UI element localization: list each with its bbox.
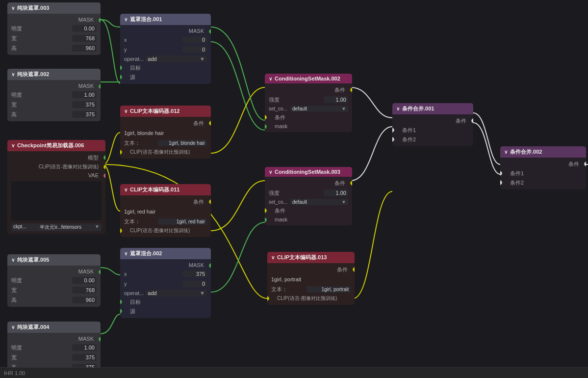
condmerge002-cond2-socket[interactable] bbox=[500, 180, 502, 185]
overlay001-source-socket[interactable] bbox=[120, 75, 122, 80]
condmerge002-cond1-socket[interactable] bbox=[500, 171, 502, 176]
node-condmerge001-header[interactable]: ∨ 条件合并.001 bbox=[392, 103, 473, 114]
overlay002-op-row: operat... add ▼ bbox=[120, 289, 211, 297]
ckpt006-vae-socket[interactable] bbox=[103, 173, 105, 178]
overlay001-y-value[interactable]: 0 bbox=[182, 46, 207, 53]
node-mask004-title: 纯块遮罩.004 bbox=[17, 324, 49, 331]
node-mask003-header[interactable]: ∨ 纯块遮罩.003 bbox=[7, 2, 101, 14]
clip011-clip-socket[interactable] bbox=[120, 228, 122, 233]
overlay002-op-select[interactable]: add ▼ bbox=[146, 290, 207, 297]
condmask003-setcond-label: set_co... bbox=[269, 199, 288, 205]
chevron-icon: ∨ bbox=[124, 187, 128, 192]
clip013-text-value[interactable]: 1girl, portrait bbox=[307, 286, 351, 293]
condmask002-cond-out-socket[interactable] bbox=[350, 87, 352, 92]
condmask003-setcond-select[interactable]: default ▼ bbox=[290, 199, 348, 205]
node-overlay001-header[interactable]: ∨ 遮罩混合.001 bbox=[120, 14, 211, 25]
ckpt006-model-select[interactable]: ckpt... 半次元\r...fetensors ▼ bbox=[11, 223, 102, 231]
overlay001-x-row: x 0 bbox=[120, 35, 211, 45]
clip011-text-value[interactable]: 1girl, red hair bbox=[158, 218, 207, 225]
node-clip012-header[interactable]: ∨ CLIP文本编码器.012 bbox=[120, 106, 211, 117]
mask003-width-value[interactable]: 768 bbox=[72, 35, 97, 42]
condmerge001-cond1-socket[interactable] bbox=[392, 128, 394, 133]
mask004-mask-socket[interactable] bbox=[99, 337, 101, 342]
ckpt006-clip-socket[interactable] bbox=[103, 164, 105, 169]
mask002-mask-socket[interactable] bbox=[99, 84, 101, 89]
node-condmerge002-header[interactable]: ∨ 条件合并.002 bbox=[500, 146, 586, 158]
mask002-height-label: 高 bbox=[11, 111, 72, 118]
mask002-height-value[interactable]: 375 bbox=[72, 111, 97, 118]
clip012-cond-row: 条件 bbox=[120, 119, 211, 128]
condmask003-mask-in-socket[interactable] bbox=[265, 217, 267, 222]
node-overlay002-header[interactable]: ∨ 遮罩混合.002 bbox=[120, 248, 211, 259]
dropdown-arrow-icon: ▼ bbox=[341, 199, 346, 205]
overlay002-source-socket[interactable] bbox=[120, 309, 122, 314]
mask002-height-row: 高 375 bbox=[7, 109, 101, 119]
mask002-brightness-value[interactable]: 1.00 bbox=[72, 91, 97, 98]
overlay002-target-row: 目标 bbox=[120, 297, 211, 307]
condmerge001-cond-out-row: 条件 bbox=[392, 116, 473, 126]
mask005-height-value[interactable]: 960 bbox=[72, 297, 97, 303]
node-clip012-title: CLIP文本编码器.012 bbox=[130, 108, 179, 115]
node-mask002-title: 纯块遮罩.002 bbox=[17, 71, 49, 78]
overlay001-x-value[interactable]: 0 bbox=[182, 36, 207, 43]
condmask002-cond-in-socket[interactable] bbox=[265, 115, 267, 120]
condmerge002-cond-out-socket[interactable] bbox=[584, 162, 586, 166]
clip013-cond-socket[interactable] bbox=[353, 267, 355, 272]
mask003-brightness-label: 明度 bbox=[11, 25, 72, 32]
mask002-mask-row: MASK bbox=[7, 82, 101, 90]
overlay001-mask-socket[interactable] bbox=[209, 29, 211, 34]
node-clip013-header[interactable]: ∨ CLIP文本编码器.013 bbox=[267, 252, 355, 263]
overlay002-mask-socket[interactable] bbox=[209, 263, 211, 268]
condmask002-strength-value[interactable]: 1.00 bbox=[324, 96, 348, 103]
clip012-cond-label: 条件 bbox=[193, 120, 204, 127]
clip012-clip-socket[interactable] bbox=[120, 150, 122, 155]
node-ckpt006-header[interactable]: ∨ Checkpoint简易加载器.006 bbox=[7, 140, 105, 151]
overlay001-y-label: y bbox=[124, 47, 182, 53]
condmerge001-cond-out-label: 条件 bbox=[456, 117, 466, 125]
node-mask005-header[interactable]: ∨ 纯块遮罩.005 bbox=[7, 254, 101, 266]
node-condmask003-title: ConditioningSetMask.003 bbox=[275, 169, 340, 175]
mask005-width-label: 宽 bbox=[11, 287, 72, 294]
mask004-width-row: 宽 375 bbox=[7, 352, 101, 362]
overlay002-target-socket[interactable] bbox=[120, 299, 122, 304]
node-mask003: ∨ 纯块遮罩.003 MASK 明度 0.00 宽 768 高 960 bbox=[7, 2, 101, 55]
mask005-mask-socket[interactable] bbox=[99, 270, 101, 274]
mask005-width-value[interactable]: 768 bbox=[72, 287, 97, 294]
mask003-mask-socket[interactable] bbox=[99, 18, 101, 23]
overlay002-y-value[interactable]: 0 bbox=[182, 280, 207, 287]
overlay001-target-socket[interactable] bbox=[120, 65, 122, 70]
condmask002-setcond-select[interactable]: default ▼ bbox=[290, 106, 348, 112]
mask005-height-label: 高 bbox=[11, 297, 72, 304]
mask004-width-value[interactable]: 375 bbox=[72, 354, 97, 361]
condmask003-strength-label: 强度 bbox=[269, 189, 324, 197]
overlay002-x-value[interactable]: 375 bbox=[182, 270, 207, 277]
clip012-text-value[interactable]: 1girl, blonde hair bbox=[158, 140, 207, 146]
mask005-brightness-value[interactable]: 0.00 bbox=[72, 277, 97, 284]
condmerge001-cond-out-socket[interactable] bbox=[471, 118, 473, 123]
node-condmask003-header[interactable]: ∨ ConditioningSetMask.003 bbox=[265, 167, 352, 177]
clip011-cond-socket[interactable] bbox=[209, 199, 211, 204]
condmask002-mask-in-socket[interactable] bbox=[265, 124, 267, 129]
ckpt006-model-socket[interactable] bbox=[103, 155, 105, 160]
mask002-width-value[interactable]: 375 bbox=[72, 101, 97, 108]
clip013-clip-socket[interactable] bbox=[267, 296, 269, 301]
condmask003-cond-in-socket[interactable] bbox=[265, 208, 267, 213]
node-condmask002-header[interactable]: ∨ ConditioningSetMask.002 bbox=[265, 74, 352, 83]
overlay001-op-select[interactable]: add ▼ bbox=[146, 55, 207, 62]
mask004-brightness-value[interactable]: 1.00 bbox=[72, 344, 97, 351]
condmask003-strength-value[interactable]: 1.00 bbox=[324, 189, 348, 196]
condmerge001-cond2-socket[interactable] bbox=[392, 137, 394, 142]
mask003-brightness-value[interactable]: 0.00 bbox=[72, 25, 97, 32]
condmask002-cond-in-row: 条件 bbox=[265, 113, 352, 122]
clip011-clip-label: CLIP(语言-图像对比预训练) bbox=[130, 227, 190, 234]
mask003-height-value[interactable]: 960 bbox=[72, 45, 97, 52]
node-mask002-header[interactable]: ∨ 纯块遮罩.002 bbox=[7, 69, 101, 80]
clip013-text-preview: 1girl, portrait bbox=[271, 276, 301, 282]
condmask002-setcond-label: set_co... bbox=[269, 106, 288, 111]
condmask003-cond-out-socket[interactable] bbox=[350, 181, 352, 186]
mask003-width-label: 宽 bbox=[11, 35, 72, 42]
node-clip011-header[interactable]: ∨ CLIP文本编码器.011 bbox=[120, 184, 211, 195]
node-mask004-header[interactable]: ∨ 纯块遮罩.004 bbox=[7, 322, 101, 333]
mask004-mask-row: MASK bbox=[7, 335, 101, 343]
clip012-cond-socket[interactable] bbox=[209, 121, 211, 126]
